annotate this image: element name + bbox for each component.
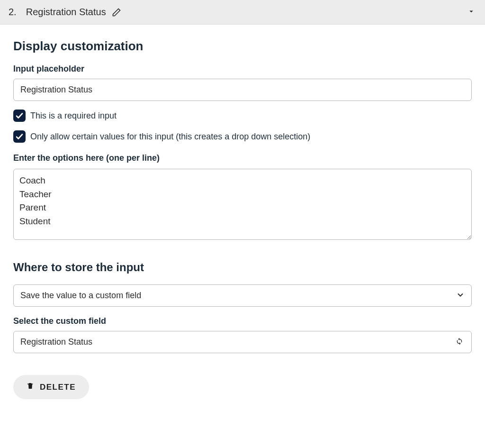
field-header[interactable]: 2. Registration Status bbox=[0, 0, 485, 25]
custom-field-select[interactable]: Registration Status bbox=[13, 331, 472, 353]
placeholder-label: Input placeholder bbox=[13, 64, 472, 74]
display-section-title: Display customization bbox=[13, 39, 472, 54]
delete-label: DELETE bbox=[40, 383, 76, 392]
storage-section-title: Where to store the input bbox=[13, 261, 472, 274]
trash-icon bbox=[27, 382, 34, 393]
required-label: This is a required input bbox=[30, 111, 117, 121]
pencil-icon[interactable] bbox=[112, 8, 121, 17]
dropdown-label: Only allow certain values for this input… bbox=[30, 132, 310, 142]
options-label: Enter the options here (one per line) bbox=[13, 153, 472, 163]
custom-field-label: Select the custom field bbox=[13, 316, 472, 326]
field-number: 2. bbox=[9, 7, 17, 18]
store-select[interactable]: Save the value to a custom field bbox=[13, 284, 472, 307]
field-title: Registration Status bbox=[26, 7, 106, 18]
chevron-down-icon[interactable] bbox=[467, 7, 476, 18]
dropdown-checkbox[interactable] bbox=[13, 130, 26, 143]
required-checkbox[interactable] bbox=[13, 110, 26, 122]
options-textarea[interactable] bbox=[13, 169, 472, 240]
placeholder-input[interactable] bbox=[13, 79, 472, 101]
delete-button[interactable]: DELETE bbox=[13, 375, 89, 399]
